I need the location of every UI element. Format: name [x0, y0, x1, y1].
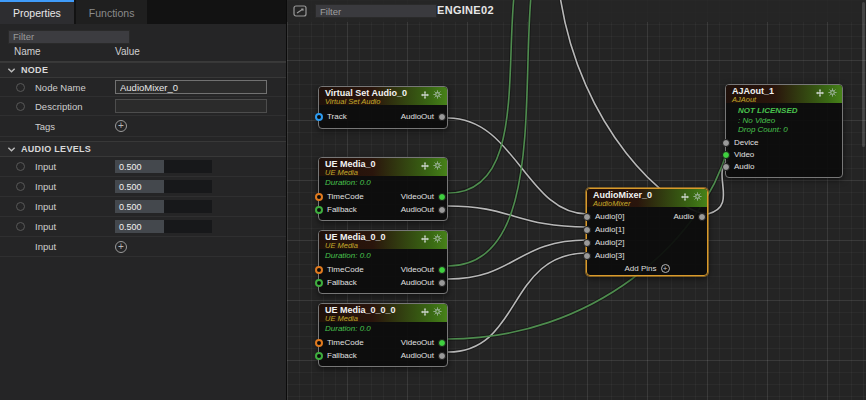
- pin-audio[interactable]: [722, 163, 730, 171]
- engine-label: ENGINE02: [437, 4, 494, 16]
- node-graph-canvas[interactable]: ENGINE02 Vi: [287, 0, 866, 400]
- pin-label: VideoOut: [401, 338, 434, 347]
- pin-label: TimeCode: [327, 192, 364, 201]
- column-headers: Name Value: [0, 42, 286, 62]
- pin-label: Audio: [674, 212, 694, 221]
- audio-input-row: Input 0.500: [0, 157, 286, 177]
- section-audio-levels-title: AUDIO LEVELS: [21, 144, 91, 154]
- canvas-filter-input[interactable]: [315, 4, 437, 18]
- input-label: Input: [35, 161, 56, 172]
- tags-label: Tags: [35, 121, 55, 132]
- section-audio-levels[interactable]: AUDIO LEVELS: [0, 141, 286, 157]
- pin-audio-0[interactable]: [583, 213, 591, 221]
- add-audio-input-button[interactable]: +: [115, 241, 127, 253]
- wire-ue00-video-offscreen: [448, 0, 531, 266]
- node-editor-window: Properties Functions Name Value NODE Nod…: [0, 0, 866, 400]
- section-node[interactable]: NODE: [0, 62, 286, 78]
- radio-input-1[interactable]: [16, 182, 25, 191]
- gear-icon[interactable]: [433, 234, 442, 243]
- node-ue-media-0-0[interactable]: UE Media_0_0 UE Media Duration: 0.0 Time…: [318, 230, 448, 294]
- pin-track[interactable]: [315, 113, 323, 121]
- radio-description[interactable]: [16, 102, 25, 111]
- pin-label: TimeCode: [327, 265, 364, 274]
- gear-icon[interactable]: [828, 88, 837, 97]
- input-label: Input: [35, 201, 56, 212]
- move-icon[interactable]: [421, 308, 429, 316]
- node-subtitle: UE Media: [325, 169, 442, 177]
- wire-ue0-audio-to-mixer: [448, 206, 587, 227]
- tab-functions[interactable]: Functions: [76, 0, 148, 24]
- pin-fallback[interactable]: [315, 206, 323, 214]
- pin-audio-2[interactable]: [583, 239, 591, 247]
- panel-filter-input[interactable]: [8, 30, 130, 44]
- node-ajaout[interactable]: AJAout_1 AJAout NOT LICENSED : No Video …: [725, 84, 843, 178]
- node-name-input[interactable]: [115, 80, 267, 94]
- pin-timecode[interactable]: [315, 339, 323, 347]
- column-name: Name: [0, 46, 101, 57]
- audio-level-slider-1[interactable]: 0.500: [115, 180, 212, 193]
- pin-fallback[interactable]: [315, 352, 323, 360]
- pin-audio-3[interactable]: [583, 252, 591, 260]
- audio-level-slider-3[interactable]: 0.500: [115, 220, 212, 233]
- column-value: Value: [101, 46, 140, 57]
- radio-node-name[interactable]: [16, 83, 25, 92]
- pin-audioout[interactable]: [438, 206, 446, 214]
- canvas-vertical-scrollbar[interactable]: [862, 2, 865, 147]
- wire-vsa-audio-to-mixer: [448, 118, 587, 214]
- pin-label: Audio[3]: [595, 251, 624, 260]
- radio-input-0[interactable]: [16, 162, 25, 171]
- gear-icon[interactable]: [433, 307, 442, 316]
- add-pins-button[interactable]: Add Pins +: [587, 262, 707, 275]
- move-icon[interactable]: [421, 235, 429, 243]
- pin-fallback[interactable]: [315, 279, 323, 287]
- pin-label: Fallback: [327, 278, 357, 287]
- slider-value: 0.500: [119, 220, 142, 233]
- node-virtual-set-audio[interactable]: Virtual Set Audio_0 Virtual Set Audio Tr…: [318, 86, 448, 129]
- pin-audio-out[interactable]: [698, 213, 706, 221]
- pin-label: Track: [327, 112, 347, 121]
- slider-value: 0.500: [119, 180, 142, 193]
- pin-videoout[interactable]: [438, 339, 446, 347]
- wire-mixer-audio-offscreen: [560, 0, 708, 214]
- tab-properties[interactable]: Properties: [0, 0, 74, 24]
- slider-value: 0.500: [119, 160, 142, 173]
- radio-input-3[interactable]: [16, 222, 25, 231]
- gear-icon[interactable]: [693, 192, 702, 201]
- radio-input-2[interactable]: [16, 202, 25, 211]
- description-input[interactable]: [115, 99, 267, 113]
- audio-level-slider-2[interactable]: 0.500: [115, 200, 212, 213]
- panel-filter-row: [0, 24, 286, 42]
- move-icon[interactable]: [681, 193, 689, 201]
- gear-icon[interactable]: [433, 90, 442, 99]
- node-audiomixer[interactable]: AudioMixer_0 AudioMixer Audio[0] Audio A…: [586, 188, 708, 276]
- chevron-down-icon: [7, 66, 16, 75]
- pin-audioout[interactable]: [438, 113, 446, 121]
- fit-view-icon[interactable]: [292, 4, 308, 18]
- pin-label: AudioOut: [401, 351, 434, 360]
- node-subtitle: AudioMixer: [593, 200, 702, 208]
- move-icon[interactable]: [816, 89, 824, 97]
- pin-timecode[interactable]: [315, 266, 323, 274]
- panel-tab-bar: Properties Functions: [0, 0, 286, 24]
- move-icon[interactable]: [421, 162, 429, 170]
- move-icon[interactable]: [421, 91, 429, 99]
- pin-audioout[interactable]: [438, 279, 446, 287]
- pin-video[interactable]: [722, 151, 730, 159]
- gear-icon[interactable]: [433, 161, 442, 170]
- node-ue-media-0[interactable]: UE Media_0 UE Media Duration: 0.0 TimeCo…: [318, 157, 448, 221]
- node-ue-media-0-0-0[interactable]: UE Media_0_0_0 UE Media Duration: 0.0 Ti…: [318, 303, 448, 367]
- pin-device[interactable]: [722, 139, 730, 147]
- add-tag-button[interactable]: +: [115, 120, 127, 132]
- pin-timecode[interactable]: [315, 193, 323, 201]
- pin-videoout[interactable]: [438, 193, 446, 201]
- pin-label: VideoOut: [401, 192, 434, 201]
- add-pins-label: Add Pins: [624, 264, 656, 273]
- audio-level-slider-0[interactable]: 0.500: [115, 160, 212, 173]
- pin-audio-1[interactable]: [583, 226, 591, 234]
- wire-ue00-audio-to-mixer: [448, 240, 587, 279]
- pin-audioout[interactable]: [438, 352, 446, 360]
- pin-label: TimeCode: [327, 338, 364, 347]
- pin-label: Device: [734, 138, 758, 147]
- pin-videoout[interactable]: [438, 266, 446, 274]
- input-label: Input: [35, 221, 56, 232]
